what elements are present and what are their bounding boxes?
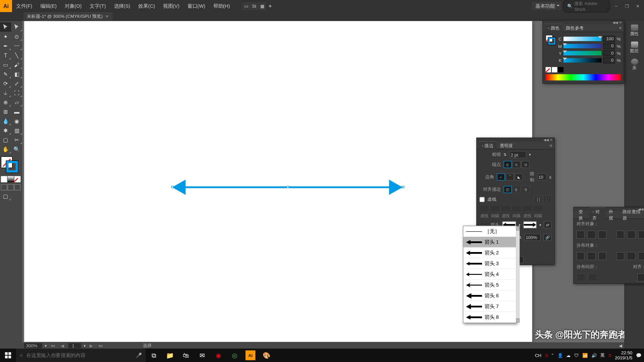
search-stock-input[interactable]: 🔍 搜索 Adobe Stock (563, 0, 610, 12)
align-hcenter-button[interactable] (587, 231, 596, 239)
taskbar-music[interactable]: ◉ (210, 349, 226, 362)
panel-menu-icon[interactable]: ≡ (619, 25, 622, 31)
tray-ime-icon[interactable]: S (608, 353, 611, 358)
ime-lang[interactable]: CH (535, 353, 541, 358)
window-minimize[interactable]: ─ (612, 3, 621, 9)
weight-dropdown-icon[interactable]: ▾ (529, 153, 531, 157)
draw-normal-icon[interactable] (1, 184, 7, 190)
popup-scrollbar[interactable]: ▲▼ (516, 226, 520, 323)
gap-2-input[interactable] (512, 205, 521, 212)
tray-people-icon[interactable]: 👤 (557, 353, 563, 358)
gradient-tool[interactable]: ▬ (11, 107, 22, 116)
corner-bevel-button[interactable]: ◣ (515, 173, 523, 180)
dist-hcenter-button[interactable] (627, 252, 635, 260)
shaper-tool[interactable]: ✎ (0, 69, 11, 79)
swap-arrows-button[interactable]: ⇄ (544, 221, 551, 228)
pen-tool[interactable]: ✒ (0, 41, 11, 51)
arrow-option-none[interactable]: ［无］ (463, 226, 516, 237)
align-center-button[interactable]: ◫ (503, 186, 512, 193)
selection-handle[interactable] (287, 186, 289, 188)
taskbar-clock[interactable]: 22:502019/1/5 (615, 350, 632, 360)
draw-behind-icon[interactable] (8, 184, 14, 190)
dist-vspace-button[interactable] (577, 274, 586, 282)
zoom-level[interactable]: 300% (24, 343, 42, 348)
color-tab[interactable]: ◦ 颜色 (545, 24, 563, 32)
align-inside-button[interactable]: ◧ (513, 186, 521, 193)
dash-1-input[interactable] (479, 205, 489, 212)
eraser-tool[interactable]: ◧ (11, 69, 22, 79)
taskbar-paint[interactable]: 🎨 (259, 349, 275, 362)
artboard-dropdown-icon[interactable]: ▾ (84, 343, 86, 348)
rotate-tool[interactable]: ⟳ (0, 79, 11, 88)
panel-stroke-swatch[interactable] (548, 38, 555, 45)
start-button[interactable] (0, 349, 16, 362)
type-tool[interactable]: T (0, 51, 11, 60)
spectrum-picker[interactable] (546, 74, 621, 80)
zoom-dropdown-icon[interactable]: ▾ (45, 343, 47, 348)
dropdown-icon[interactable]: ▾ (539, 223, 541, 227)
k-value[interactable]: 0 (603, 57, 615, 64)
panel-menu-icon[interactable]: ≡ (550, 143, 552, 148)
dash-checkbox[interactable] (479, 196, 485, 202)
slice-tool[interactable]: ✂ (11, 135, 22, 144)
dist-top-button[interactable] (577, 252, 585, 260)
selection-handle[interactable] (402, 186, 405, 188)
nav-prev-icon[interactable]: ◀ (59, 343, 66, 348)
arrow-option-3[interactable]: 箭头 3 (463, 258, 516, 269)
cap-butt-button[interactable]: ⊏ (503, 161, 512, 168)
menu-help[interactable]: 帮助(H) (209, 3, 234, 9)
menu-window[interactable]: 窗口(W) (183, 3, 209, 9)
color-mode-icon[interactable] (1, 176, 7, 182)
dock-libraries[interactable]: 库 (625, 57, 644, 73)
menu-file[interactable]: 文件(F) (12, 3, 36, 9)
line-tool[interactable]: ╲ (11, 51, 22, 60)
align-to-dropdown[interactable] (637, 274, 644, 282)
align-bottom-button[interactable] (638, 231, 644, 239)
free-transform-tool[interactable]: ⛶ (11, 88, 22, 98)
none-mode-icon[interactable] (14, 176, 21, 182)
panel-close-icon[interactable]: ✕ (619, 20, 622, 24)
magic-wand-tool[interactable]: ✦ (0, 32, 11, 41)
publish-icon[interactable]: ✈ (266, 2, 274, 10)
gap-1-input[interactable] (490, 205, 500, 212)
pathfinder-tab[interactable]: 路径查找器 (620, 207, 644, 222)
perspective-tool[interactable]: ▱ (11, 98, 22, 107)
rectangle-tool[interactable]: ▭ (0, 60, 11, 69)
weight-input[interactable]: 2 pt (509, 151, 527, 158)
panel-close-icon[interactable]: ✕ (550, 138, 553, 142)
dash-align-button[interactable]: ╎╎ (543, 196, 551, 203)
align-right-button[interactable] (598, 231, 607, 239)
tray-expand-icon[interactable]: ˄ (551, 353, 554, 358)
brush-tool[interactable]: 🖌 (11, 60, 22, 69)
tray-volume-icon[interactable]: 🔊 (591, 353, 597, 358)
dock-properties[interactable]: 属性 (625, 23, 644, 39)
panel-collapse-icon[interactable]: ◀◀ (612, 20, 618, 24)
graph-tool[interactable]: ▥ (11, 126, 22, 135)
align-vcenter-button[interactable] (627, 231, 635, 239)
curvature-tool[interactable]: 〰 (11, 41, 22, 51)
lasso-tool[interactable]: ⊙ (11, 32, 22, 41)
taskbar-illustrator[interactable]: Ai (246, 350, 255, 360)
arrange-icon[interactable]: ▦ (258, 2, 266, 10)
menu-view[interactable]: 视图(V) (159, 3, 183, 9)
align-tab[interactable]: ◦ 对齐 (589, 207, 605, 222)
cap-round-button[interactable]: ⊂ (513, 161, 521, 168)
align-left-button[interactable] (577, 231, 585, 239)
dist-hspace-button[interactable] (588, 274, 597, 282)
taskbar-360[interactable]: ◎ (226, 349, 243, 362)
zoom-tool[interactable]: 🔍 (11, 144, 22, 154)
tray-security-icon[interactable]: 🛡 (574, 353, 579, 358)
align-top-button[interactable] (616, 231, 625, 239)
screen-mode-icon[interactable]: ▢ (0, 191, 11, 201)
tab-close-icon[interactable]: ✕ (105, 14, 109, 19)
arrow-option-7[interactable]: 箭头 7 (463, 301, 516, 312)
taskbar-explorer[interactable]: 📁 (162, 349, 178, 362)
arrow-option-1[interactable]: 箭头 1 (463, 237, 516, 248)
taskbar-store[interactable]: 🛍 (178, 349, 194, 362)
symbol-sprayer-tool[interactable]: ✱ (0, 126, 11, 135)
none-swatch-icon[interactable] (546, 67, 551, 72)
menu-object[interactable]: 对象(O) (61, 3, 86, 9)
selection-tool[interactable] (0, 22, 11, 32)
link-scale-button[interactable]: 🔗 (544, 234, 551, 241)
menu-type[interactable]: 文字(T) (86, 3, 110, 9)
